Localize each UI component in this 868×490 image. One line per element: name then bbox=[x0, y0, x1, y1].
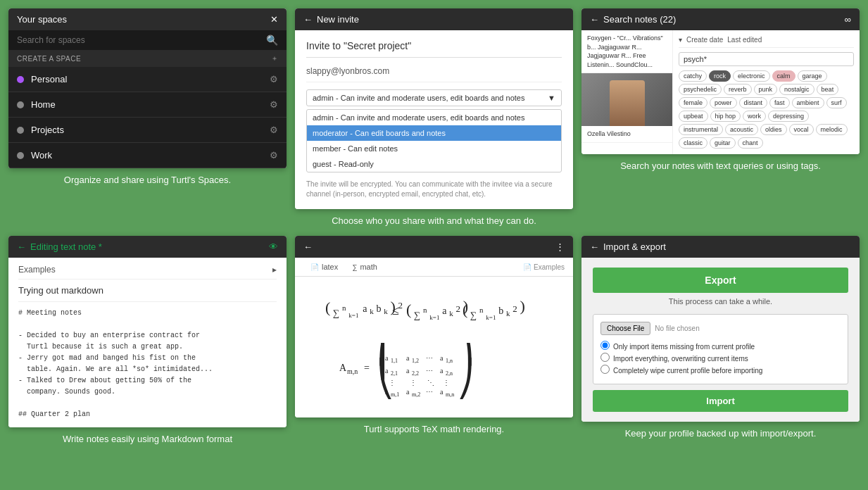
radio-wipe-label: Completely wipe current profile before i… bbox=[613, 365, 762, 377]
radio-row-missing: Only import items missing from current p… bbox=[600, 341, 841, 353]
search-note-image-item[interactable] bbox=[581, 73, 672, 126]
invite-role-dropdown[interactable]: admin - Can invite and moderate users, e… bbox=[306, 89, 562, 106]
back-icon-search[interactable]: ← bbox=[590, 14, 599, 25]
back-icon-editor[interactable]: ← bbox=[17, 241, 26, 252]
tag-oldies[interactable]: oldies bbox=[760, 124, 787, 135]
search-note-text-item[interactable]: Foxygen - "Cr... Vibrations" b... Jagjag… bbox=[581, 30, 672, 73]
svg-text:2,2: 2,2 bbox=[412, 370, 419, 377]
main-grid: Your spaces ✕ 🔍 CREATE A SPACE ＋ Persona… bbox=[8, 8, 860, 446]
tag-nostalgic[interactable]: nostalgic bbox=[779, 84, 814, 95]
tag-calm[interactable]: calm bbox=[772, 70, 795, 82]
radio-row-wipe: Completely wipe current profile before i… bbox=[600, 365, 841, 377]
tag-punk[interactable]: punk bbox=[754, 84, 778, 95]
editor-note-title[interactable]: Trying out markdown bbox=[18, 285, 277, 302]
import-button[interactable]: Import bbox=[593, 390, 848, 412]
tag-fast[interactable]: fast bbox=[769, 97, 790, 108]
spaces-item-personal[interactable]: Personal ⚙ bbox=[8, 67, 287, 92]
gear-icon-work[interactable]: ⚙ bbox=[270, 150, 278, 161]
svg-text:a: a bbox=[440, 367, 444, 375]
invite-menu-member[interactable]: member - Can edit notes bbox=[307, 141, 561, 156]
back-icon-math[interactable]: ← bbox=[303, 241, 313, 252]
invite-menu-guest[interactable]: guest - Read-only bbox=[307, 156, 561, 172]
svg-text:1,2: 1,2 bbox=[412, 358, 419, 364]
tab-math[interactable]: ∑ math bbox=[345, 258, 384, 276]
svg-text:⋮: ⋮ bbox=[443, 379, 450, 387]
svg-text:⎠: ⎠ bbox=[457, 357, 474, 399]
search-spaces-input[interactable] bbox=[17, 35, 266, 45]
invite-email: slappy@lyonbros.com bbox=[306, 66, 562, 82]
personal-dot bbox=[17, 76, 24, 83]
invite-menu-moderator[interactable]: moderator - Can edit boards and notes bbox=[307, 125, 561, 141]
tag-work[interactable]: work bbox=[743, 111, 766, 122]
sort-create-date-label[interactable]: Create date bbox=[686, 36, 723, 44]
eye-icon[interactable]: 👁 bbox=[269, 241, 278, 252]
tag-upbeat[interactable]: upbeat bbox=[679, 111, 708, 122]
sort-chevron-icon[interactable]: ▾ bbox=[679, 36, 682, 44]
close-icon[interactable]: ✕ bbox=[270, 14, 278, 25]
search-query-input[interactable] bbox=[679, 52, 854, 66]
export-title: Import & export bbox=[603, 241, 666, 252]
tab-latex-label: latex bbox=[322, 263, 338, 271]
folder-label[interactable]: Examples bbox=[18, 265, 56, 275]
svg-text:a: a bbox=[440, 354, 444, 362]
search-input-row bbox=[679, 52, 854, 66]
gear-icon-projects[interactable]: ⚙ bbox=[270, 125, 278, 135]
tag-acoustic[interactable]: acoustic bbox=[725, 124, 758, 135]
tag-hiphop[interactable]: hip hop bbox=[710, 111, 741, 122]
tag-electronic[interactable]: electronic bbox=[733, 70, 770, 82]
sort-last-edited-label[interactable]: Last edited bbox=[727, 36, 762, 44]
tag-instrumental[interactable]: instrumental bbox=[679, 124, 723, 135]
radio-overwrite[interactable] bbox=[600, 353, 610, 362]
spaces-item-work[interactable]: Work ⚙ bbox=[8, 143, 287, 168]
add-space-icon[interactable]: ＋ bbox=[271, 54, 279, 63]
tab-latex[interactable]: 📄 latex bbox=[303, 258, 345, 276]
tag-reverb[interactable]: reverb bbox=[724, 84, 752, 95]
spaces-title: Your spaces bbox=[17, 14, 67, 25]
tag-ambient[interactable]: ambient bbox=[792, 97, 824, 108]
cell-editor: ← Editing text note * 👁 Examples ▸ Tryin… bbox=[8, 236, 287, 446]
editor-folder-row: Examples ▸ bbox=[18, 265, 277, 279]
tag-melodic[interactable]: melodic bbox=[816, 124, 848, 135]
choose-file-button[interactable]: Choose File bbox=[600, 322, 650, 335]
tab-examples[interactable]: 📄 Examples bbox=[523, 263, 565, 271]
gear-icon-personal[interactable]: ⚙ bbox=[270, 74, 278, 84]
radio-wipe[interactable] bbox=[600, 365, 610, 374]
math-header: ← ⋮ bbox=[295, 236, 573, 258]
tag-female[interactable]: female bbox=[679, 97, 707, 108]
spaces-item-projects[interactable]: Projects ⚙ bbox=[8, 118, 287, 143]
editor-content[interactable]: # Meeting notes - Decided to buy an ente… bbox=[18, 308, 277, 420]
svg-text:A: A bbox=[339, 363, 347, 373]
tags-grid: catchy rock electronic calm garage psych… bbox=[679, 70, 854, 149]
tag-garage[interactable]: garage bbox=[798, 70, 827, 82]
export-body: Export This process can take a while. Ch… bbox=[581, 258, 860, 422]
tag-depressing[interactable]: depressing bbox=[768, 111, 809, 122]
cauchy-schwarz-svg: ⁡ ( ∑ n k=1 a k b k ) bbox=[322, 287, 547, 329]
radio-missing[interactable] bbox=[600, 341, 610, 350]
tag-chant[interactable]: chant bbox=[738, 137, 763, 149]
gear-icon-home[interactable]: ⚙ bbox=[270, 99, 278, 110]
tag-beat[interactable]: beat bbox=[817, 84, 839, 95]
chevron-down-icon: ▼ bbox=[548, 94, 555, 102]
tag-rock[interactable]: rock bbox=[709, 70, 731, 82]
tag-vocal[interactable]: vocal bbox=[789, 124, 814, 135]
tag-guitar[interactable]: guitar bbox=[710, 137, 736, 149]
svg-text:(
              ∑
            : ( ∑ n k=1 a k 2 ) bbox=[406, 297, 468, 322]
tag-classic[interactable]: classic bbox=[679, 137, 707, 149]
tag-power[interactable]: power bbox=[710, 97, 737, 108]
svg-text:m,2: m,2 bbox=[412, 391, 420, 398]
matrix-formula: A m,n = ⎛ ⎜ ⎝ a 1,1 a 1,2 ⋯ a bbox=[336, 343, 533, 402]
tag-catchy[interactable]: catchy bbox=[679, 70, 707, 82]
back-icon-export[interactable]: ← bbox=[590, 241, 599, 252]
export-button[interactable]: Export bbox=[593, 268, 848, 293]
spaces-item-home[interactable]: Home ⚙ bbox=[8, 92, 287, 118]
home-dot bbox=[17, 101, 24, 108]
tag-surf[interactable]: surf bbox=[826, 97, 847, 108]
invite-menu-admin[interactable]: admin - Can invite and moderate users, e… bbox=[307, 110, 561, 125]
svg-text:m,1: m,1 bbox=[391, 391, 399, 398]
search-note-label-item[interactable]: Ozella Vilestino bbox=[581, 126, 672, 143]
tag-distant[interactable]: distant bbox=[739, 97, 768, 108]
editor-card: ← Editing text note * 👁 Examples ▸ Tryin… bbox=[8, 236, 287, 427]
tag-psychedelic[interactable]: psychedelic bbox=[679, 84, 722, 95]
math-header-dots[interactable]: ⋮ bbox=[555, 241, 565, 252]
back-icon-invite[interactable]: ← bbox=[303, 14, 313, 25]
